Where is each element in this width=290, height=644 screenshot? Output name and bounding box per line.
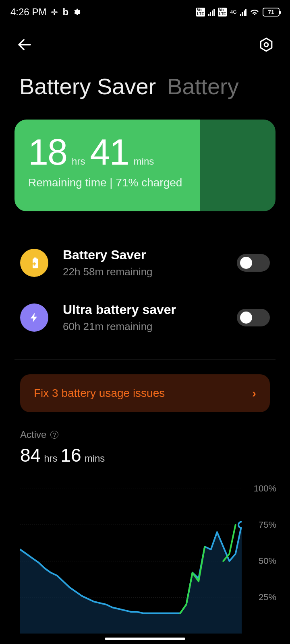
battery-saver-title: Battery Saver — [63, 248, 222, 262]
chevron-right-icon: › — [252, 386, 256, 400]
ultra-battery-saver-row: Ultra battery saver 60h 21m remaining — [20, 290, 270, 345]
svg-rect-2 — [51, 12, 54, 13]
svg-point-9 — [238, 522, 242, 528]
battery-saver-toggle[interactable] — [237, 254, 270, 272]
tab-battery[interactable]: Battery — [167, 73, 238, 99]
volte-icon-2: VoLTE — [218, 8, 227, 17]
network-4g-icon: 4G — [230, 10, 236, 14]
page-tabs: Battery Saver Battery — [0, 53, 290, 99]
battery-chart: 100%75%50%25% — [20, 489, 276, 634]
active-mins-label: mins — [85, 453, 105, 464]
bo-icon: b — [62, 6, 68, 18]
y-tick-label: 25% — [259, 592, 276, 603]
home-indicator[interactable] — [105, 638, 185, 640]
active-label: Active ? — [20, 429, 270, 440]
ultra-saver-toggle[interactable] — [237, 309, 270, 326]
signal-bars-2 — [240, 8, 247, 16]
mins-label: mins — [134, 156, 154, 167]
back-button[interactable] — [16, 36, 33, 53]
battery-saver-sub: 22h 58m remaining — [63, 266, 222, 278]
ultra-saver-sub: 60h 21m remaining — [63, 320, 222, 333]
status-bar: 4:26 PM b VoLTE VoLTE 4G 71 — [0, 0, 290, 24]
hrs-label: hrs — [72, 156, 85, 167]
status-time: 4:26 PM — [10, 6, 46, 18]
lightning-icon — [20, 303, 48, 332]
battery-indicator: 71 — [263, 8, 280, 17]
fix-issues-text: Fix 3 battery usage issues — [34, 387, 165, 400]
y-tick-label: 100% — [254, 483, 276, 494]
help-icon[interactable]: ? — [50, 431, 58, 439]
ultra-saver-title: Ultra battery saver — [63, 302, 222, 317]
signal-bars-1 — [208, 8, 215, 16]
y-tick-label: 50% — [259, 556, 276, 566]
tab-battery-saver[interactable]: Battery Saver — [19, 73, 156, 99]
svg-rect-0 — [54, 9, 55, 12]
settings-button[interactable] — [259, 37, 274, 52]
slack-icon — [50, 8, 58, 16]
active-mins: 16 — [61, 444, 81, 466]
remaining-subtext: Remaining time | 71% charged — [28, 176, 262, 189]
active-hours: 84 — [20, 444, 41, 466]
remaining-hours: 18 — [28, 132, 67, 173]
volte-icon-1: VoLTE — [196, 8, 205, 17]
wifi-icon — [250, 8, 259, 16]
gear-icon — [72, 8, 81, 16]
battery-plus-icon — [20, 249, 48, 277]
y-tick-label: 75% — [259, 520, 276, 530]
remaining-time-card[interactable]: 18 hrs 41 mins Remaining time | 71% char… — [14, 120, 276, 211]
remaining-mins: 41 — [90, 132, 128, 173]
svg-point-4 — [264, 43, 268, 47]
svg-rect-3 — [55, 12, 58, 13]
header — [0, 28, 290, 53]
svg-rect-1 — [54, 12, 55, 15]
active-hrs-label: hrs — [44, 453, 57, 464]
battery-saver-row: Battery Saver 22h 58m remaining — [20, 235, 270, 290]
fix-issues-button[interactable]: Fix 3 battery usage issues › — [20, 374, 270, 412]
